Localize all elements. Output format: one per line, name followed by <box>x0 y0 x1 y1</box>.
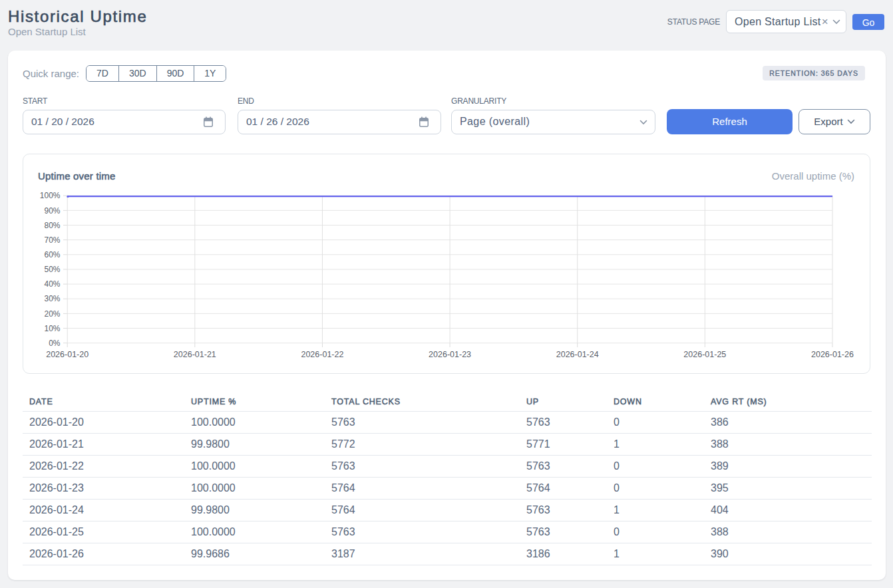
svg-text:90%: 90% <box>44 206 60 215</box>
svg-text:2026-01-20: 2026-01-20 <box>46 350 89 359</box>
svg-text:2026-01-23: 2026-01-23 <box>429 350 471 359</box>
svg-text:2026-01-25: 2026-01-25 <box>683 350 726 359</box>
svg-text:2026-01-22: 2026-01-22 <box>301 350 343 359</box>
svg-text:100%: 100% <box>40 191 61 200</box>
svg-text:10%: 10% <box>44 323 60 333</box>
svg-text:2026-01-26: 2026-01-26 <box>811 350 854 359</box>
svg-text:70%: 70% <box>44 235 60 244</box>
svg-text:80%: 80% <box>44 220 60 229</box>
svg-text:20%: 20% <box>44 309 60 318</box>
svg-text:50%: 50% <box>44 265 60 274</box>
svg-text:40%: 40% <box>44 279 60 289</box>
svg-text:0%: 0% <box>49 338 61 347</box>
svg-text:30%: 30% <box>44 294 60 303</box>
svg-text:60%: 60% <box>44 250 60 259</box>
svg-text:2026-01-24: 2026-01-24 <box>556 350 599 359</box>
svg-text:2026-01-21: 2026-01-21 <box>174 350 216 359</box>
